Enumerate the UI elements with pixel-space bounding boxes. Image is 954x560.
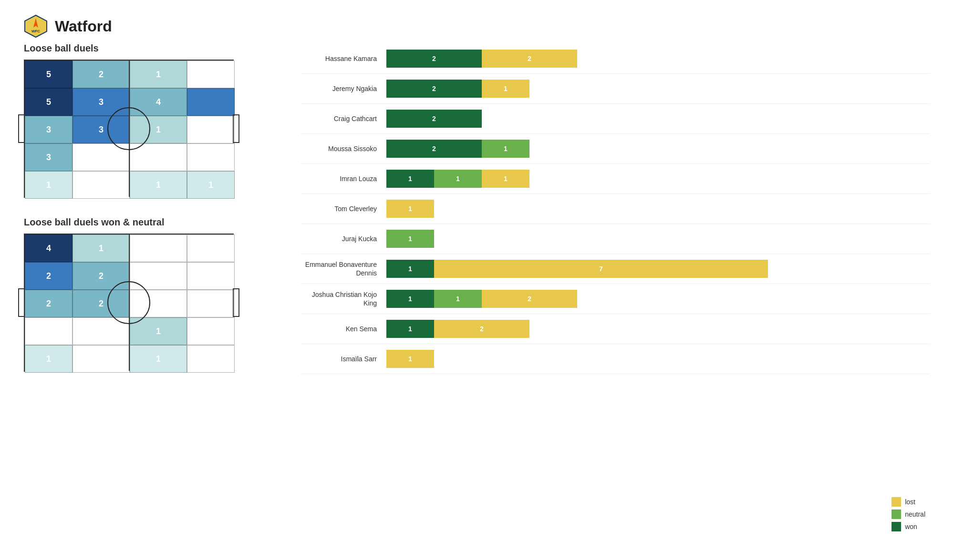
- left-panel: Loose ball duels 5215343313111 Loose bal…: [24, 43, 272, 378]
- pitch1: 5215343313111: [24, 60, 234, 198]
- pitch2-cell: 1: [130, 345, 187, 373]
- bar-won: 1: [386, 290, 434, 308]
- player-row: Moussa Sissoko21: [301, 138, 930, 164]
- pitch2-cell: [187, 234, 235, 262]
- bar-lost: 7: [434, 260, 768, 278]
- bar-neutral: 1: [482, 140, 529, 158]
- pitch1-cell: 3: [73, 116, 130, 143]
- pitch2-cell: [25, 317, 73, 345]
- bar-container: 12: [386, 320, 529, 338]
- pitch1-cell: [187, 88, 235, 116]
- pitch1-cell: 1: [25, 171, 73, 199]
- player-row: Joshua Christian Kojo King112: [301, 288, 930, 314]
- player-row: Tom Cleverley1: [301, 198, 930, 224]
- player-name: Imran Louza: [301, 174, 386, 183]
- pitch1-cell: [73, 171, 130, 199]
- club-logo: WFC: [24, 14, 48, 38]
- pitch1-cell: [130, 143, 187, 171]
- legend-neutral: neutral: [892, 509, 925, 519]
- legend-neutral-label: neutral: [905, 510, 925, 518]
- pitch2: 412222111: [24, 234, 234, 372]
- player-name: Ken Sema: [301, 325, 386, 333]
- pitch1-cell: 5: [25, 88, 73, 116]
- pitch2-cell: 1: [130, 317, 187, 345]
- team-name: Watford: [55, 18, 112, 35]
- pitch1-cell: 3: [25, 116, 73, 143]
- legend-won-color: [892, 522, 901, 531]
- player-name: Tom Cleverley: [301, 204, 386, 213]
- pitch2-cell: [187, 262, 235, 290]
- pitch2-cell: [187, 290, 235, 317]
- player-row: Ismaïla Sarr1: [301, 348, 930, 374]
- legend: lost neutral won: [892, 497, 925, 531]
- pitch1-cell: 1: [130, 171, 187, 199]
- legend-won: won: [892, 522, 925, 531]
- bar-lost: 1: [482, 170, 529, 188]
- pitch2-cell: [73, 345, 130, 373]
- legend-lost-color: [892, 497, 901, 507]
- pitch2-cell: [130, 234, 187, 262]
- bar-lost: 1: [386, 350, 434, 368]
- pitch2-cell: [130, 262, 187, 290]
- goalpost-right: [233, 114, 239, 143]
- pitch2-cell: [187, 317, 235, 345]
- bar-won: 1: [386, 170, 434, 188]
- legend-neutral-color: [892, 509, 901, 519]
- main-content: Loose ball duels 5215343313111 Loose bal…: [0, 43, 954, 378]
- bar-won: 2: [386, 80, 482, 98]
- pitch1-cell: 3: [25, 143, 73, 171]
- pitch2-cell: 2: [25, 290, 73, 317]
- bar-container: 1: [386, 230, 434, 248]
- bar-container: 2: [386, 110, 482, 128]
- player-name: Craig Cathcart: [301, 114, 386, 123]
- legend-won-label: won: [905, 523, 917, 530]
- bar-neutral: 1: [434, 290, 482, 308]
- legend-lost: lost: [892, 497, 925, 507]
- bar-won: 2: [386, 140, 482, 158]
- pitch1-center-line: [129, 61, 130, 197]
- player-row: Hassane Kamara22: [301, 48, 930, 74]
- player-name: Ismaïla Sarr: [301, 355, 386, 363]
- player-row: Imran Louza111: [301, 168, 930, 194]
- pitch2-cell: 2: [25, 262, 73, 290]
- right-panel: Hassane Kamara22Jeremy Ngakia21Craig Cat…: [301, 43, 930, 378]
- pitch1-cell: 2: [73, 61, 130, 88]
- pitch1-cell: 1: [187, 171, 235, 199]
- player-row: Ken Sema12: [301, 318, 930, 344]
- legend-lost-label: lost: [905, 498, 915, 506]
- bar-lost: 2: [482, 290, 577, 308]
- pitch1-cell: [187, 61, 235, 88]
- bar-container: 17: [386, 260, 768, 278]
- bar-won: 2: [386, 110, 482, 128]
- player-row: Emmanuel Bonaventure Dennis17: [301, 258, 930, 284]
- svg-text:WFC: WFC: [31, 29, 40, 33]
- bar-neutral: 1: [434, 170, 482, 188]
- player-name: Juraj Kucka: [301, 234, 386, 243]
- pitch1-cell: 1: [130, 61, 187, 88]
- bar-won: 2: [386, 50, 482, 68]
- pitch1-cell: [187, 143, 235, 171]
- pitch1-cell: 3: [73, 88, 130, 116]
- pitch1-title: Loose ball duels: [24, 43, 272, 54]
- pitch2-cell: 4: [25, 234, 73, 262]
- player-name: Emmanuel Bonaventure Dennis: [301, 260, 386, 277]
- bar-container: 21: [386, 140, 529, 158]
- pitch2-cell: [73, 317, 130, 345]
- bar-container: 111: [386, 170, 529, 188]
- pitch2-cell: [130, 290, 187, 317]
- bar-won: 1: [386, 260, 434, 278]
- player-name: Hassane Kamara: [301, 54, 386, 63]
- bar-container: 21: [386, 80, 529, 98]
- player-row: Jeremy Ngakia21: [301, 78, 930, 104]
- bar-won: 1: [386, 320, 434, 338]
- goalpost-left: [18, 114, 25, 143]
- pitch2-cell: [187, 345, 235, 373]
- bar-lost: 1: [386, 200, 434, 218]
- header: WFC Watford: [0, 0, 954, 43]
- player-row: Juraj Kucka1: [301, 228, 930, 254]
- bar-container: 112: [386, 290, 577, 308]
- pitch2-center-line: [129, 234, 130, 371]
- player-name: Joshua Christian Kojo King: [301, 290, 386, 307]
- pitch1-cell: [73, 143, 130, 171]
- player-name: Jeremy Ngakia: [301, 84, 386, 93]
